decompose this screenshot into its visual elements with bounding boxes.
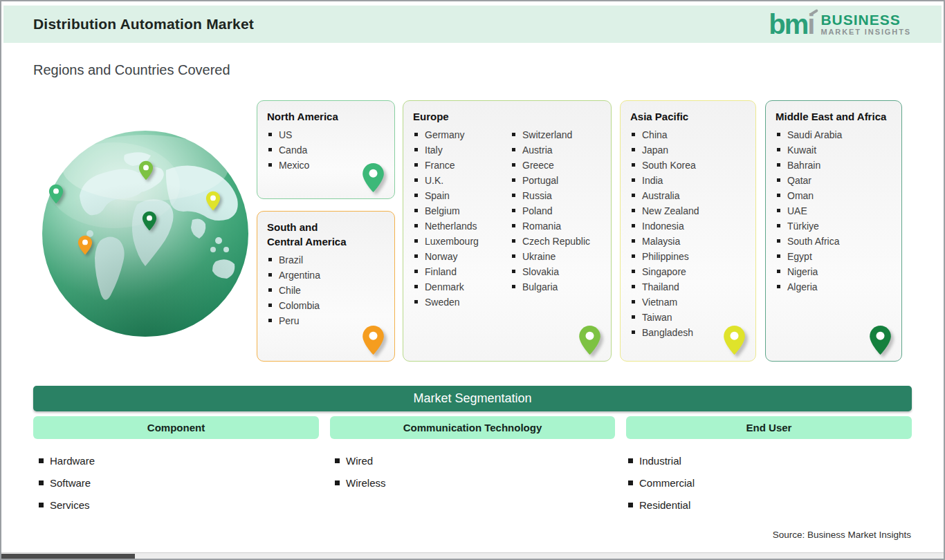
logo-line-market-insights: MARKET INSIGHTS [820, 28, 911, 36]
region-card-europe: Europe GermanyItalyFranceU.K.SpainBelgiu… [403, 100, 612, 362]
country-item: Indonesia [632, 218, 750, 234]
region-card-middle-east-africa: Middle East and Africa Saudi ArabiaKuwai… [765, 100, 902, 362]
country-list: BrazilArgentinaChileColombiaPeru [257, 252, 394, 328]
country-item: Vietnam [632, 295, 750, 310]
country-item: Kuwait [777, 142, 896, 158]
country-item: Italy [414, 142, 508, 158]
country-item: China [632, 127, 750, 142]
segment-header-component: Component [33, 416, 319, 439]
horizontal-scrollbar[interactable] [1, 552, 944, 559]
country-item: Denmark [414, 279, 508, 295]
region-title: North America [267, 109, 385, 124]
country-list: Saudi ArabiaKuwaitBahrainQatarOmanUAETür… [766, 127, 901, 295]
region-title: Asia Pacific [630, 109, 746, 124]
map-pin-icon-europe [138, 160, 154, 180]
page-title: Distribution Automation Market [33, 16, 254, 32]
country-item: UAE [777, 203, 896, 218]
segment-item: Wired [335, 449, 386, 472]
country-item: Romania [512, 218, 605, 234]
country-item: Argentina [268, 268, 389, 283]
country-item: Bulgaria [512, 279, 605, 295]
country-item: Oman [777, 188, 896, 203]
country-list: GermanyItalyFranceU.K.SpainBelgiumNether… [403, 127, 611, 310]
map-pin-icon [723, 325, 746, 355]
country-item: India [632, 173, 750, 188]
country-item: Türkiye [777, 218, 896, 234]
segment-item: Hardware [39, 449, 95, 472]
region-card-north-america: North America USCandaMexico [257, 100, 395, 199]
country-item: Egypt [777, 249, 896, 264]
map-pin-icon-south-america [77, 235, 93, 255]
segment-item: Residential [628, 494, 695, 516]
country-item: Malaysia [632, 234, 750, 249]
map-pin-icon [362, 162, 385, 193]
segment-item: Industrial [628, 449, 695, 472]
map-pin-icon-north-america [48, 184, 64, 204]
country-item: U.K. [414, 173, 508, 188]
country-item: Colombia [268, 298, 389, 313]
segment-item: Software [39, 472, 95, 494]
country-item: Saudi Arabia [777, 127, 896, 142]
segment-header-label: Communication Technology [403, 422, 542, 433]
country-item: Algeria [777, 279, 896, 295]
country-item: Greece [512, 158, 605, 173]
country-item: Belgium [414, 203, 508, 218]
logo-line-business: BUSINESS [820, 12, 911, 28]
market-segmentation-banner: Market Segmentation [33, 386, 912, 411]
country-item: Poland [512, 203, 605, 218]
country-item: Australia [632, 188, 750, 203]
map-pin-icon-asia-pacific [205, 191, 221, 211]
segment-header-end-user: End User [626, 416, 912, 439]
country-item: Bahrain [777, 158, 896, 173]
country-item: Brazil [268, 252, 389, 268]
country-item: Austria [512, 142, 605, 158]
map-pin-icon-middle-east [142, 211, 157, 231]
segment-header-communication-technology: Communication Technology [330, 416, 615, 439]
header-bar: Distribution Automation Market bmi BUSIN… [3, 6, 942, 43]
globe-illustration [42, 130, 249, 337]
country-item: Spain [414, 188, 508, 203]
country-item: Taiwan [632, 310, 750, 325]
country-item: US [268, 127, 389, 142]
country-item: Thailand [632, 279, 750, 295]
segment-item: Commercial [628, 472, 695, 494]
segment-header-label: End User [746, 422, 792, 433]
country-item: Portugal [512, 173, 605, 188]
source-note: Source: Business Market Insights [773, 530, 911, 540]
country-item: South Korea [632, 158, 750, 173]
country-item: Luxembourg [414, 234, 508, 249]
brand-logo: bmi BUSINESS MARKET INSIGHTS [769, 12, 911, 37]
country-item: Singapore [632, 264, 750, 279]
country-item: South Africa [777, 234, 896, 249]
region-title: Europe [413, 109, 601, 124]
region-card-south-central-america: South and Central America BrazilArgentin… [257, 211, 395, 362]
market-segmentation-title: Market Segmentation [413, 391, 531, 406]
segment-list-communication-technology: WiredWireless [335, 449, 386, 494]
region-card-asia-pacific: Asia Pacific ChinaJapanSouth KoreaIndiaA… [620, 100, 756, 362]
country-item: France [414, 158, 508, 173]
country-item: Japan [632, 142, 750, 158]
country-item: Slovakia [512, 264, 605, 279]
country-item: Chile [268, 283, 389, 298]
country-item: Nigeria [777, 264, 896, 279]
scrollbar-thumb[interactable] [1, 554, 135, 559]
country-item: Netherlands [414, 218, 508, 234]
country-item: Qatar [777, 173, 896, 188]
region-title: Middle East and Africa [776, 109, 892, 124]
bmi-logo-icon: bmi [769, 12, 814, 37]
section-title: Regions and Countries Covered [33, 62, 230, 78]
segment-header-label: Component [147, 422, 205, 433]
country-item: Canda [268, 142, 389, 158]
segment-item: Wireless [335, 472, 386, 494]
country-item: Germany [414, 127, 508, 142]
segment-item: Services [39, 494, 95, 516]
map-pin-icon [362, 325, 385, 355]
country-item: Ukraine [512, 249, 605, 264]
country-item: New Zealand [632, 203, 750, 218]
country-item: Norway [414, 249, 508, 264]
country-item: Russia [512, 188, 605, 203]
country-item: Switzerland [512, 127, 605, 142]
country-item: Finland [414, 264, 508, 279]
country-item: Philippines [632, 249, 750, 264]
country-item: Czech Republic [512, 234, 605, 249]
